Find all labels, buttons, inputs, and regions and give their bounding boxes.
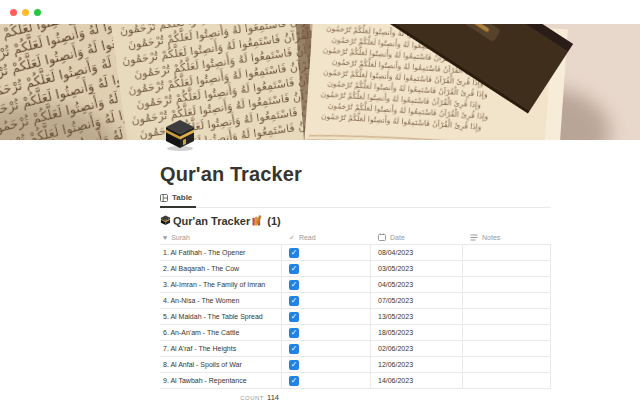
books-icon [252,215,263,226]
date-value: 18/05/2023 [378,329,413,336]
read-cell[interactable]: ✓ [282,341,371,356]
page-title[interactable]: Qur'an Tracker [160,140,551,186]
date-cell[interactable]: 02/06/2023 [371,341,463,356]
table-row[interactable]: 3. Al-Imran - The Family of Imran ✓ 04/0… [160,277,551,293]
collection-header: Qur'an Tracker (1) [160,212,551,229]
read-checkbox[interactable]: ✓ [289,248,299,258]
date-cell[interactable]: 04/05/2023 [371,277,463,292]
collection-title: Qur'an Tracker [173,215,250,227]
table-row[interactable]: 4. An-Nisa - The Women ✓ 07/05/2023 [160,293,551,309]
surah-cell[interactable]: 4. An-Nisa - The Women [160,293,282,308]
date-value: 02/06/2023 [378,345,413,352]
table-row[interactable]: 7. Al A'raf - The Heights ✓ 02/06/2023 [160,341,551,357]
table-row[interactable]: 9. Al Tawbah - Repentance ✓ 14/06/2023 [160,373,551,389]
count-calculation[interactable]: COUNT 114 [160,393,282,400]
date-cell[interactable]: 14/06/2023 [371,373,463,388]
surah-title: 6. An-An'am - The Cattle [163,329,239,336]
date-value: 07/05/2023 [378,297,413,304]
count-value: 114 [267,393,279,400]
tab-table-view[interactable]: Table [160,191,196,208]
table-row[interactable]: 5. Al Maidah - The Table Spread ✓ 13/05/… [160,309,551,325]
table-header-row: ♥ Surah ✓ Read Date [160,230,551,245]
date-cell[interactable]: 12/06/2023 [371,357,463,372]
surah-cell[interactable]: 2. Al Baqarah - The Cow [160,261,282,276]
notes-cell[interactable] [463,309,551,324]
column-header-notes[interactable]: Notes [463,230,551,244]
date-cell[interactable]: 13/05/2023 [371,309,463,324]
minimize-window-button[interactable] [22,9,29,16]
notes-cell[interactable] [463,341,551,356]
read-cell[interactable]: ✓ [282,293,371,308]
surah-cell[interactable]: 5. Al Maidah - The Table Spread [160,309,282,324]
notes-cell[interactable] [463,277,551,292]
read-cell[interactable]: ✓ [282,373,371,388]
read-cell[interactable]: ✓ [282,325,371,340]
view-tab-bar: Table [160,191,551,208]
read-checkbox[interactable]: ✓ [289,376,299,386]
read-checkbox[interactable]: ✓ [289,296,299,306]
date-value: 03/05/2023 [378,265,413,272]
notes-cell[interactable] [463,261,551,276]
read-checkbox[interactable]: ✓ [289,344,299,354]
table-row[interactable]: 1. Al Fatihah - The Opener ✓ 08/04/2023 [160,245,551,261]
surah-title: 3. Al-Imran - The Family of Imran [163,281,265,288]
tab-table-label: Table [172,193,192,202]
page-content: Qur'an Tracker Table Qur'an Tracker (1) [160,140,551,400]
notes-cell[interactable] [463,357,551,372]
quran-cover-art: وَإِذَا قُرِئَ الْقُرْآنُ فَاسْتَمِعُوا … [0,24,640,140]
read-cell[interactable]: ✓ [282,357,371,372]
read-checkbox[interactable]: ✓ [289,264,299,274]
notes-cell[interactable] [463,245,551,260]
browser-titlebar [0,0,640,24]
notes-cell[interactable] [463,293,551,308]
read-cell[interactable]: ✓ [282,309,371,324]
surah-table: ♥ Surah ✓ Read Date [160,230,551,400]
kaaba-icon [163,117,197,151]
date-cell[interactable]: 18/05/2023 [371,325,463,340]
surah-cell[interactable]: 7. Al A'raf - The Heights [160,341,282,356]
zoom-window-button[interactable] [34,9,41,16]
date-cell[interactable]: 07/05/2023 [371,293,463,308]
surah-cell[interactable]: 3. Al-Imran - The Family of Imran [160,277,282,292]
surah-cell[interactable]: 9. Al Tawbah - Repentance [160,373,282,388]
table-row[interactable]: 6. An-An'am - The Cattle ✓ 18/05/2023 [160,325,551,341]
column-header-read[interactable]: ✓ Read [282,230,371,244]
table-row[interactable]: 8. Al Anfal - Spoils of War ✓ 12/06/2023 [160,357,551,373]
notes-cell[interactable] [463,373,551,388]
page-cover-image: وَإِذَا قُرِئَ الْقُرْآنُ فَاسْتَمِعُوا … [0,24,640,140]
column-header-date[interactable]: Date [371,230,463,244]
read-checkbox[interactable]: ✓ [289,360,299,370]
date-value: 08/04/2023 [378,249,413,256]
surah-cell[interactable]: 1. Al Fatihah - The Opener [160,245,282,260]
read-checkbox[interactable]: ✓ [289,280,299,290]
table-row[interactable]: 2. Al Baqarah - The Cow ✓ 03/05/2023 [160,261,551,277]
calendar-icon [378,233,386,241]
surah-title: 9. Al Tawbah - Repentance [163,377,247,384]
read-cell[interactable]: ✓ [282,261,371,276]
notes-lines-icon [470,234,478,241]
notes-cell[interactable] [463,325,551,340]
surah-cell[interactable]: 6. An-An'am - The Cattle [160,325,282,340]
surah-title: 4. An-Nisa - The Women [163,297,239,304]
read-cell[interactable]: ✓ [282,245,371,260]
kaaba-icon [160,215,171,226]
read-checkbox[interactable]: ✓ [289,328,299,338]
surah-title: 1. Al Fatihah - The Opener [163,249,245,256]
date-cell[interactable]: 03/05/2023 [371,261,463,276]
count-label: COUNT [240,395,264,400]
surah-title: 8. Al Anfal - Spoils of War [163,361,242,368]
surah-cell[interactable]: 8. Al Anfal - Spoils of War [160,357,282,372]
table-footer-row: COUNT 114 [160,389,551,400]
read-checkbox[interactable]: ✓ [289,312,299,322]
surah-title: 2. Al Baqarah - The Cow [163,265,239,272]
table-body: 1. Al Fatihah - The Opener ✓ 08/04/2023 … [160,245,551,389]
column-header-surah[interactable]: ♥ Surah [160,230,282,244]
date-cell[interactable]: 08/04/2023 [371,245,463,260]
page-icon-kaaba[interactable] [163,117,197,151]
read-cell[interactable]: ✓ [282,277,371,292]
date-value: 14/06/2023 [378,377,413,384]
date-value: 04/05/2023 [378,281,413,288]
close-window-button[interactable] [10,9,17,16]
surah-title: 7. Al A'raf - The Heights [163,345,236,352]
surah-title: 5. Al Maidah - The Table Spread [163,313,263,320]
